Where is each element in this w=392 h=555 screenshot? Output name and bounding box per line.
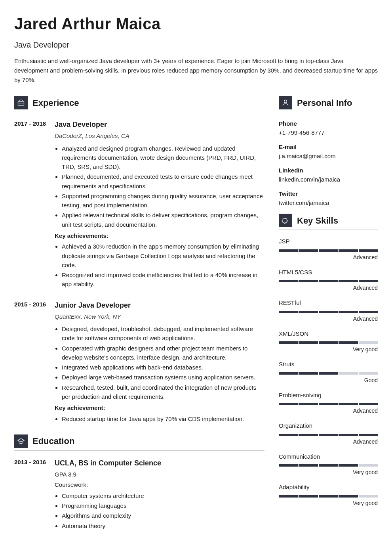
skill-bar-segment: [279, 280, 298, 282]
coursework-label: Coursework:: [55, 480, 265, 490]
skill-bar-segment: [319, 341, 338, 344]
skill-bar-segment: [319, 280, 338, 282]
gpa-text: GPA 3.9: [55, 470, 265, 479]
experience-title: Experience: [32, 96, 79, 109]
skill-bar-segment: [339, 280, 358, 282]
skill-item: HTML5/CSSAdvanced: [279, 268, 378, 293]
skill-level: Advanced: [279, 284, 378, 292]
skill-bar-segment: [359, 311, 378, 313]
education-header: Education: [14, 434, 265, 451]
info-block: E-mailj.a.maica@gmail.com: [279, 143, 378, 161]
key-skills-title: Key Skills: [297, 214, 338, 227]
skill-name: Problem-solving: [279, 391, 378, 400]
skill-bar-segment: [319, 495, 338, 498]
skill-item: StrutsGood: [279, 360, 378, 385]
entry-dates: 2015 - 2016: [14, 300, 48, 426]
skill-bar-segment: [359, 372, 378, 375]
skill-bar-segment: [359, 495, 378, 498]
skill-bar: [279, 495, 378, 498]
entry-subtitle: QuantExx, New York, NY: [55, 312, 265, 322]
skill-name: XML/JSON: [279, 329, 378, 339]
skill-level: Advanced: [279, 253, 378, 262]
skill-bar-segment: [339, 311, 358, 313]
summary-text: Enthusiastic and well-organized Java dev…: [14, 56, 378, 85]
person-icon: [279, 96, 292, 109]
skill-level: Advanced: [279, 315, 378, 323]
skill-bar-segment: [279, 464, 298, 467]
skill-bar-segment: [299, 249, 318, 252]
skill-bar-segment: [319, 372, 338, 375]
skill-bar-segment: [299, 372, 318, 375]
skill-bar-segment: [359, 249, 378, 252]
skill-bar: [279, 464, 378, 467]
graduation-cap-icon: [14, 434, 28, 448]
skill-item: Problem-solvingAdvanced: [279, 391, 378, 415]
skill-level: Very good: [279, 345, 378, 354]
achievement-item: Achieved a 30% reduction in the app's me…: [62, 242, 265, 270]
skill-bar-segment: [339, 403, 358, 405]
skill-bar-segment: [359, 434, 378, 436]
info-value: linkedin.com/in/jamaica: [279, 175, 378, 184]
skill-bar-segment: [299, 495, 318, 498]
skill-name: Organization: [279, 421, 378, 431]
skill-bar-segment: [279, 311, 298, 313]
skill-bar-segment: [319, 249, 338, 252]
info-label: Phone: [279, 119, 378, 128]
info-block: LinkedInlinkedin.com/in/jamaica: [279, 166, 378, 184]
skill-bar-segment: [299, 311, 318, 313]
svg-rect-0: [18, 101, 24, 105]
skill-bar-segment: [339, 341, 358, 344]
skill-bar-segment: [359, 464, 378, 467]
personal-info-header: Personal Info: [279, 96, 378, 112]
skill-level: Advanced: [279, 438, 378, 446]
experience-entry: 2017 - 2018Java DeveloperDaCoderZ, Los A…: [14, 119, 265, 291]
education-title: Education: [32, 434, 74, 448]
course-item: Algorithms and complexity: [62, 511, 265, 520]
info-label: Twitter: [279, 189, 378, 199]
skill-level: Good: [279, 376, 378, 385]
entry-title: Junior Java Developer: [55, 300, 265, 311]
personal-info-title: Personal Info: [297, 96, 352, 109]
skill-level: Very good: [279, 499, 378, 507]
skill-level: Advanced: [279, 407, 378, 415]
person-name: Jared Arthur Maica: [14, 12, 378, 36]
skill-bar-segment: [279, 249, 298, 252]
skill-bar: [279, 249, 378, 252]
skill-item: OrganizationAdvanced: [279, 421, 378, 446]
skill-bar: [279, 403, 378, 405]
skill-bar-segment: [279, 495, 298, 498]
skill-bar-segment: [319, 403, 338, 405]
skill-name: Communication: [279, 452, 378, 461]
bullet-item: Applied relevant technical skills to del…: [62, 211, 265, 229]
bullet-item: Deployed large web-based transaction sys…: [62, 373, 265, 382]
skill-bar-segment: [339, 495, 358, 498]
skill-bar-segment: [299, 341, 318, 344]
svg-point-1: [284, 100, 287, 103]
skill-item: JSPAdvanced: [279, 237, 378, 262]
skill-bar: [279, 434, 378, 436]
bullet-item: Designed, developed, troubleshot, debugg…: [62, 324, 265, 343]
entry-title: UCLA, BS in Computer Science: [55, 458, 265, 469]
achievements-label: Key achievements:: [55, 232, 265, 241]
experience-header: Experience: [14, 96, 265, 112]
skill-item: RESTfulAdvanced: [279, 299, 378, 323]
skill-level: Very good: [279, 468, 378, 477]
skill-bar-segment: [279, 341, 298, 344]
achievement-item: Recognized and improved code inefficienc…: [62, 270, 265, 289]
skill-bar-segment: [359, 403, 378, 405]
entry-dates: 2017 - 2018: [14, 119, 48, 291]
skill-name: Adaptability: [279, 483, 378, 492]
skill-bar-segment: [339, 434, 358, 436]
skill-bar-segment: [299, 403, 318, 405]
entry-dates: 2013 - 2016: [14, 458, 48, 533]
skill-bar-segment: [319, 434, 338, 436]
skill-bar-segment: [339, 464, 358, 467]
skill-bar: [279, 341, 378, 344]
entry-subtitle: DaCoderZ, Los Angeles, CA: [55, 132, 265, 141]
experience-entry: 2015 - 2016Junior Java DeveloperQuantExx…: [14, 300, 265, 426]
bullet-item: Supported programming changes during qua…: [62, 191, 265, 210]
person-role: Java Developer: [14, 39, 378, 51]
skill-item: CommunicationVery good: [279, 452, 378, 477]
skill-name: RESTful: [279, 299, 378, 308]
skill-bar-segment: [279, 403, 298, 405]
